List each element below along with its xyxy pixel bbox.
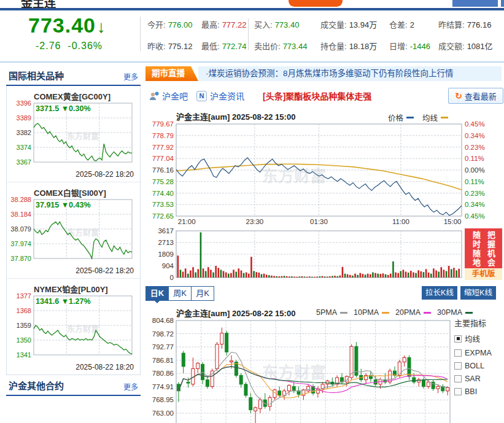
headline-link[interactable]: [头条]聚酯板块品种集体走强 bbox=[263, 90, 371, 102]
tick-label: 37.915 ▼0.43% bbox=[36, 201, 91, 209]
indicator-checkbox[interactable] bbox=[454, 362, 462, 370]
price-change: -2.76 -0.36% bbox=[36, 41, 103, 52]
sidebar-chart-plot: 13771368135913501341东方财富1341.6 ▼1.27% bbox=[7, 293, 139, 362]
stretch-kline-button[interactable]: 拉长K线 bbox=[422, 286, 457, 300]
tick-label: 1341 bbox=[17, 351, 31, 359]
user-icon bbox=[149, 91, 159, 101]
tick-label: 774.40 bbox=[152, 190, 174, 197]
quote-field-label: 今开: bbox=[147, 20, 166, 29]
tick-label: 773.53 bbox=[152, 201, 174, 208]
indicator-checkbox[interactable] bbox=[454, 388, 462, 395]
quote-field-label: 成交量: bbox=[320, 20, 347, 29]
price-down-arrow-icon: ↓ bbox=[97, 17, 106, 36]
sidebar-chart: COMEX黄金[GC00Y]33963389338233743367东方财富33… bbox=[7, 86, 140, 182]
quote-field-value: 773.40 bbox=[275, 20, 300, 29]
sidebar-chart-title: COMEX黄金[GC00Y] bbox=[34, 90, 140, 101]
quote-field-label: 昨结算: bbox=[438, 20, 465, 29]
tick-label: 768.95 bbox=[152, 396, 174, 403]
tick-label: 38.288 bbox=[10, 197, 31, 203]
indicator-checkbox[interactable] bbox=[454, 335, 462, 343]
sidebar-chart-title: COMEX白银[SI00Y] bbox=[34, 187, 140, 197]
quote-field-value: 775.12 bbox=[168, 42, 193, 51]
quote-grid: 今开:776.00最高:777.22买入:773.40成交量:13.94万仓差:… bbox=[147, 18, 502, 52]
tick-label: 3617 bbox=[158, 227, 174, 235]
tick-label: 3374 bbox=[17, 144, 31, 151]
quote-field: 昨收:775.12 bbox=[147, 40, 201, 52]
sidebar-chart-timestamp: 2025-08-22 18:20 bbox=[7, 266, 140, 278]
sidebar: 国际相关品种 更多 COMEX黄金[GC00Y]3396338933823374… bbox=[6, 65, 141, 396]
legend-color-dash bbox=[441, 117, 448, 118]
indicator-list: 均线EXPMABOLLSARBBI bbox=[454, 333, 503, 396]
kline-tab-周K[interactable]: 周K bbox=[169, 286, 192, 301]
sidebar-header: 国际相关品种 更多 bbox=[6, 65, 141, 86]
tick-label: 804.68 bbox=[152, 317, 174, 324]
indicator-BOLL[interactable]: BOLL bbox=[454, 362, 503, 370]
tick-label: 1350 bbox=[17, 336, 31, 344]
quote-field-label: 仓差: bbox=[389, 20, 408, 29]
indicator-EXPMA[interactable]: EXPMA bbox=[454, 349, 503, 357]
quote-field: 最高:777.22 bbox=[201, 18, 254, 30]
quote-field: 买入:773.40 bbox=[254, 18, 320, 30]
quote-field: 卖出价:773.44 bbox=[254, 40, 320, 52]
quote-divider bbox=[140, 17, 141, 51]
page-title-partial: 金主连 bbox=[21, 0, 56, 8]
sidebar-chart-list: COMEX黄金[GC00Y]33963389338233743367东方财富33… bbox=[6, 86, 141, 375]
quote-field-value: 772.74 bbox=[222, 42, 247, 51]
sidebar-title: 国际相关品种 bbox=[9, 69, 64, 82]
volume-chart: 3617271318099040 bbox=[145, 227, 504, 281]
tick-label: 2713 bbox=[158, 239, 174, 246]
tick-label: 37.870 bbox=[10, 255, 31, 262]
indicator-label: SAR bbox=[465, 374, 481, 383]
tick-label: 780.86 bbox=[152, 370, 174, 377]
indicator-checkbox[interactable] bbox=[454, 349, 462, 357]
tick-label: 777.92 bbox=[152, 144, 174, 151]
indicator-panel-title: 主要指标 bbox=[454, 317, 503, 328]
sidebar-other-more-link[interactable]: 更多 bbox=[123, 381, 138, 392]
tick-label: 37.974 bbox=[10, 240, 31, 247]
sub-navigation: 沪金吧 N 沪金资讯 [头条]聚酯板块品种集体走强 bbox=[149, 88, 371, 103]
tick-label: 774.91 bbox=[152, 383, 174, 390]
indicator-checkbox[interactable] bbox=[454, 375, 462, 382]
indicator-label: EXPMA bbox=[465, 349, 492, 357]
quote-field: 最低:772.74 bbox=[201, 40, 254, 52]
gold-news-link[interactable]: 沪金资讯 bbox=[210, 90, 244, 102]
tick-label: 11:00 bbox=[392, 218, 409, 225]
tick-label: 3389 bbox=[17, 114, 31, 122]
indicator-BBI[interactable]: BBI bbox=[454, 387, 503, 396]
tick-label: 1377 bbox=[17, 293, 31, 300]
tick-label: 763.00 bbox=[152, 409, 174, 417]
indicator-均线[interactable]: 均线 bbox=[454, 333, 503, 344]
indicator-label: BOLL bbox=[465, 362, 484, 370]
tick-label: 0.34% bbox=[465, 201, 485, 208]
sidebar-chart-timestamp: 2025-08-22 18:20 bbox=[7, 362, 140, 374]
tick-label: 1341.6 ▼1.27% bbox=[36, 297, 91, 306]
shrink-kline-button[interactable]: 缩短K线 bbox=[460, 286, 496, 300]
quote-field: 今开:776.00 bbox=[147, 18, 201, 30]
legend-color-dash bbox=[382, 312, 389, 314]
top-right-button[interactable] bbox=[452, 0, 498, 7]
page: 金主连 773.40↓ -2.76 -0.36% 今开:776.00最高:777… bbox=[0, 0, 504, 423]
sidebar-more-link[interactable]: 更多 bbox=[123, 71, 138, 82]
tick-label: 3367 bbox=[17, 158, 31, 166]
legend-color-dash bbox=[340, 312, 347, 314]
tick-label: 1368 bbox=[17, 307, 31, 314]
quote-field-value: 18.18万 bbox=[349, 42, 378, 51]
view-latest-button[interactable]: ↻ 查看最新 bbox=[448, 88, 503, 104]
refresh-icon: ↻ bbox=[455, 91, 462, 101]
sidebar-chart: NYMEX铂金[PL00Y]13771368135913501341东方财富13… bbox=[7, 279, 140, 374]
tick-label: 792.77 bbox=[152, 343, 174, 351]
indicator-SAR[interactable]: SAR bbox=[454, 374, 503, 383]
gold-bar-link[interactable]: 沪金吧 bbox=[162, 90, 188, 102]
add-favorite-button[interactable] bbox=[289, 0, 343, 7]
top-right-button-2[interactable] bbox=[501, 0, 504, 7]
tick-label: 1809 bbox=[158, 250, 174, 258]
sidebar-footer-header: 沪金其他合约 更多 bbox=[6, 375, 141, 396]
mobile-app-ad[interactable]: 随时随地把握机会 手机版 bbox=[465, 228, 502, 280]
ticker-headline-link[interactable]: ·煤炭运销协会预测：8月炼焦煤市场多维驱动下仍有阶段性向上行情 bbox=[198, 66, 502, 81]
news-ticker: 期市直播 ·煤炭运销协会预测：8月炼焦煤市场多维驱动下仍有阶段性向上行情 bbox=[145, 66, 502, 81]
kline-tab-月K[interactable]: 月K bbox=[192, 286, 214, 301]
kline-tab-日K[interactable]: 日K bbox=[145, 286, 169, 301]
tick-label: 772.65 bbox=[152, 212, 174, 220]
tick-label: 777.04 bbox=[152, 155, 174, 162]
intraday-chart: 779.670.45%778.790.34%777.920.23%777.040… bbox=[145, 120, 504, 226]
